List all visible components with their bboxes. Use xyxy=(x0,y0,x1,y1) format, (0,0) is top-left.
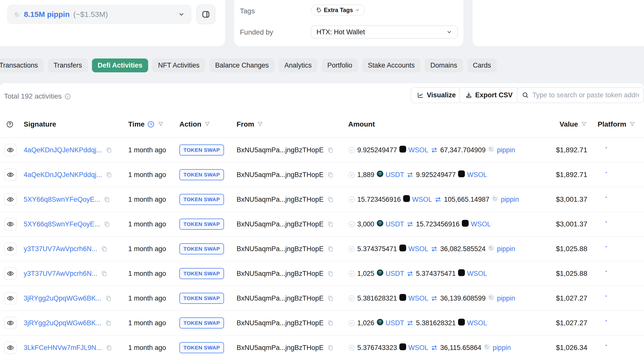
raydium-platform-icon[interactable] xyxy=(599,343,608,352)
copy-icon[interactable] xyxy=(101,270,108,277)
tab-cards[interactable]: Cards xyxy=(467,58,497,72)
token-out-link[interactable]: WSOL xyxy=(408,344,429,352)
signature-link[interactable]: 3jRYgg2uQpqWGw6BK... xyxy=(24,294,102,302)
token-out-link[interactable]: USDT xyxy=(386,171,404,179)
wallet-portfolio-button[interactable] xyxy=(196,5,215,24)
token-in-link[interactable]: pippin xyxy=(497,294,515,302)
token-in-link[interactable]: pippin xyxy=(501,196,519,203)
token-in-link[interactable]: WSOL xyxy=(467,319,487,327)
preview-button[interactable] xyxy=(4,218,17,230)
platform-filter-icon[interactable] xyxy=(629,121,636,128)
expand-row-icon[interactable] xyxy=(348,270,355,277)
raydium-platform-icon[interactable] xyxy=(599,170,608,180)
tab-domains[interactable]: Domains xyxy=(425,58,463,72)
value-filter-icon[interactable] xyxy=(581,121,587,128)
token-in-link[interactable]: WSOL xyxy=(467,270,487,278)
token-out-link[interactable]: USDT xyxy=(386,270,404,278)
token-out-link[interactable]: USDT xyxy=(386,220,404,228)
token-in-link[interactable]: WSOL xyxy=(471,220,491,228)
tab-analytics[interactable]: Analytics xyxy=(279,58,317,72)
tab-defi-activities[interactable]: Defi Activities xyxy=(92,58,148,72)
expand-row-icon[interactable] xyxy=(348,221,355,228)
signature-link[interactable]: 3LkFCeHNVw7mFJL9N... xyxy=(24,344,102,352)
preview-button[interactable] xyxy=(4,193,17,206)
raydium-platform-icon[interactable] xyxy=(599,195,608,204)
expand-row-icon[interactable] xyxy=(348,320,355,327)
copy-icon[interactable] xyxy=(327,270,334,277)
raydium-platform-icon[interactable] xyxy=(599,318,608,328)
token-holdings-selector[interactable]: 8.15M pippin (~$1.53M) xyxy=(7,5,191,24)
signature-link[interactable]: 3jRYgg2uQpqWGw6BK... xyxy=(24,319,102,327)
token-out-link[interactable]: WSOL xyxy=(408,245,429,253)
raydium-platform-icon[interactable] xyxy=(599,244,608,254)
visualize-button[interactable]: Visualize xyxy=(411,87,462,103)
token-in-link[interactable]: pippin xyxy=(497,146,515,154)
time-filter-icon[interactable] xyxy=(157,121,164,128)
tab-stake-accounts[interactable]: Stake Accounts xyxy=(362,58,421,72)
copy-icon[interactable] xyxy=(106,344,112,351)
token-in-link[interactable]: WSOL xyxy=(467,171,487,179)
copy-icon[interactable] xyxy=(327,295,334,302)
expand-row-icon[interactable] xyxy=(348,344,355,351)
tab-portfolio[interactable]: Portfolio xyxy=(321,58,358,72)
expand-row-icon[interactable] xyxy=(348,246,355,252)
export-csv-button[interactable]: Export CSV xyxy=(459,87,519,103)
preview-button[interactable] xyxy=(4,168,17,181)
tab-bar: TransactionsTransfersDefi ActivitiesNFT … xyxy=(0,58,497,72)
copy-icon[interactable] xyxy=(327,171,334,178)
copy-icon[interactable] xyxy=(106,147,112,154)
action-filter-icon[interactable] xyxy=(204,121,211,128)
signature-link[interactable]: 5XY66q8SwnYFeQoyE... xyxy=(24,196,100,203)
token-out-link[interactable]: WSOL xyxy=(412,196,432,203)
signature-link[interactable]: y3T37UV7AwVpcrh6N... xyxy=(24,245,97,253)
raydium-platform-icon[interactable] xyxy=(599,269,608,278)
token-in-link[interactable]: pippin xyxy=(493,344,511,352)
funded-by-select[interactable]: HTX: Hot Wallet xyxy=(311,25,458,39)
copy-icon[interactable] xyxy=(105,320,112,327)
tab-transfers[interactable]: Transfers xyxy=(48,58,88,72)
preview-button[interactable] xyxy=(4,292,17,305)
expand-row-icon[interactable] xyxy=(348,196,355,203)
search-input[interactable] xyxy=(532,91,639,99)
from-filter-icon[interactable] xyxy=(257,121,264,128)
tab-nft-activities[interactable]: NFT Activities xyxy=(152,58,205,72)
preview-button[interactable] xyxy=(4,341,17,354)
raydium-platform-icon[interactable] xyxy=(599,219,608,229)
help-icon[interactable] xyxy=(6,121,14,128)
preview-button[interactable] xyxy=(4,267,17,280)
copy-icon[interactable] xyxy=(327,320,334,327)
copy-icon[interactable] xyxy=(327,344,334,351)
copy-icon[interactable] xyxy=(327,221,334,228)
preview-button[interactable] xyxy=(4,144,17,156)
signature-link[interactable]: 4aQeKDnJQJeNKPddqj... xyxy=(24,171,102,179)
token-out-link[interactable]: WSOL xyxy=(408,294,429,302)
preview-button[interactable] xyxy=(4,317,17,329)
token-in-link[interactable]: pippin xyxy=(497,245,515,253)
expand-row-icon[interactable] xyxy=(348,295,355,302)
copy-icon[interactable] xyxy=(327,196,334,203)
tab-transactions[interactable]: Transactions xyxy=(0,58,44,72)
signature-link[interactable]: 5XY66q8SwnYFeQoyE... xyxy=(24,220,100,228)
copy-icon[interactable] xyxy=(105,295,112,302)
raydium-platform-icon[interactable] xyxy=(599,293,608,303)
info-icon[interactable] xyxy=(64,93,71,100)
copy-icon[interactable] xyxy=(327,246,334,252)
signature-link[interactable]: 4aQeKDnJQJeNKPddqj... xyxy=(24,146,102,154)
table-row: 5XY66q8SwnYFeQoyE... 1 month ago TOKEN S… xyxy=(0,212,644,237)
wsol-token-icon xyxy=(399,146,406,153)
expand-row-icon[interactable] xyxy=(348,147,355,154)
expand-row-icon[interactable] xyxy=(348,171,355,178)
preview-button[interactable] xyxy=(4,243,17,255)
copy-icon[interactable] xyxy=(104,196,110,203)
copy-icon[interactable] xyxy=(106,171,112,178)
signature-link[interactable]: y3T37UV7AwVpcrh6N... xyxy=(24,270,97,278)
raydium-platform-icon[interactable] xyxy=(599,145,608,155)
copy-icon[interactable] xyxy=(104,221,110,228)
tab-balance-changes[interactable]: Balance Changes xyxy=(209,58,275,72)
clock-sort-icon[interactable] xyxy=(147,121,155,128)
token-out-link[interactable]: WSOL xyxy=(408,146,429,154)
copy-icon[interactable] xyxy=(327,147,334,154)
extra-tags-button[interactable]: Extra Tags xyxy=(311,5,365,16)
copy-icon[interactable] xyxy=(101,246,108,252)
token-out-link[interactable]: USDT xyxy=(386,319,404,327)
